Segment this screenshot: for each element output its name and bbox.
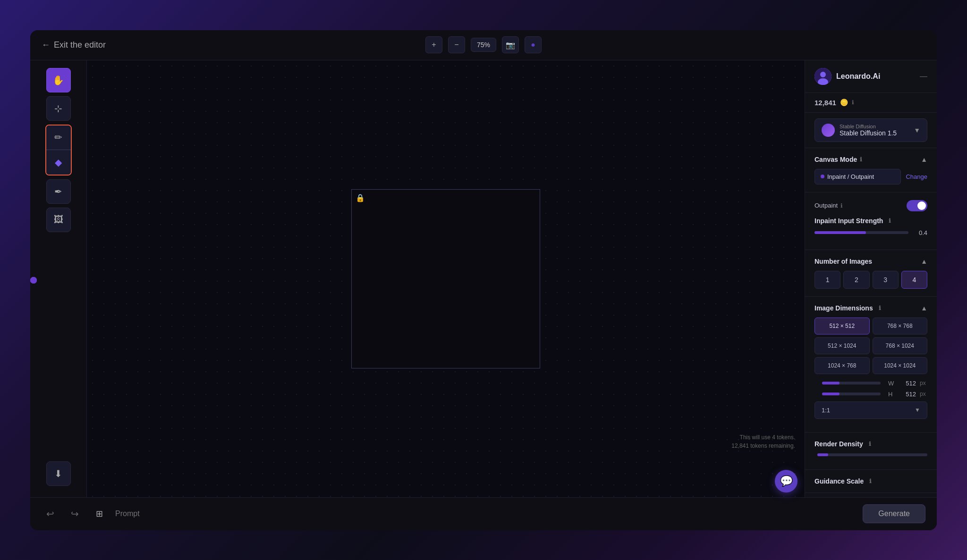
generate-button[interactable]: Generate	[863, 504, 925, 523]
width-slider[interactable]	[822, 382, 881, 384]
canvas-area[interactable]: 🔒 This will use 4 tokens. 12,841 tokens …	[87, 60, 805, 497]
download-icon: ⬇	[54, 468, 62, 479]
token-usage-line2: 12,841 tokens remaining.	[731, 442, 795, 450]
inpaint-strength-fill	[814, 231, 866, 234]
app-window: ← Exit the editor + − 75% 📷 ● ✋	[30, 30, 937, 530]
camera-icon: 📷	[506, 41, 515, 50]
num-images-2[interactable]: 2	[843, 271, 869, 289]
toolbar-bottom: ⬇	[46, 461, 71, 490]
dim-1024x768[interactable]: 1024 × 768	[814, 357, 870, 374]
dim-512x1024[interactable]: 512 × 1024	[814, 337, 870, 354]
undo-button[interactable]: ↩	[42, 505, 59, 522]
prompt-input[interactable]	[115, 510, 855, 518]
inpaint-strength-slider[interactable]	[814, 231, 908, 234]
inpaint-strength-slider-row: 0.4	[814, 229, 927, 236]
select-tool-button[interactable]: ⊹	[46, 96, 71, 121]
dim-768x1024[interactable]: 768 × 1024	[873, 337, 928, 354]
render-density-info-icon[interactable]: ℹ	[869, 441, 871, 447]
canvas-lock-icon: 🔒	[356, 193, 365, 202]
model-chevron-icon: ▼	[914, 126, 920, 134]
model-section: Stable Diffusion Stable Diffusion 1.5 ▼	[805, 113, 937, 148]
redo-icon: ↪	[71, 508, 79, 519]
canvas-mode-content: Inpaint / Outpaint Change	[814, 169, 927, 184]
num-images-3[interactable]: 3	[873, 271, 899, 289]
image-dimensions-header: Image Dimensions ℹ ▲	[814, 304, 927, 312]
render-density-slider[interactable]	[817, 453, 927, 456]
brush-icon: ✏	[54, 132, 62, 143]
height-slider[interactable]	[822, 393, 881, 395]
num-images-collapse-icon[interactable]: ▲	[921, 258, 927, 265]
num-images-title: Number of Images	[814, 258, 872, 265]
inpaint-strength-info-icon[interactable]: ℹ	[889, 217, 891, 224]
main-content: ✋ ⊹ ← ✏ ◆ ✒	[30, 60, 937, 497]
canvas-mode-title: Canvas Mode ℹ	[814, 156, 862, 163]
sidebar-header: Leonardo.Ai —	[805, 60, 937, 93]
image-dimensions-title: Image Dimensions ℹ	[814, 304, 881, 312]
canvas-element: 🔒	[351, 189, 540, 368]
canvas-mode-info-icon[interactable]: ℹ	[860, 156, 862, 163]
aspect-ratio-selector[interactable]: 1:1 ▼	[814, 401, 927, 419]
guidance-scale-section: Guidance Scale ℹ	[805, 470, 937, 493]
redo-button[interactable]: ↪	[66, 505, 83, 522]
num-images-1[interactable]: 1	[814, 271, 840, 289]
token-info: This will use 4 tokens. 12,841 tokens re…	[731, 433, 795, 450]
mode-toggle-button[interactable]: ●	[525, 36, 542, 53]
hand-tool-button[interactable]: ✋	[46, 68, 71, 92]
camera-button[interactable]: 📷	[502, 36, 519, 53]
guidance-scale-info-icon[interactable]: ℹ	[869, 478, 872, 485]
sidebar-close-button[interactable]: —	[920, 72, 927, 81]
user-info: Leonardo.Ai	[814, 68, 880, 85]
render-density-fill	[817, 453, 828, 456]
highlighted-tools-container: ← ✏ ◆	[45, 125, 72, 176]
canvas-mode-collapse-icon[interactable]: ▲	[921, 156, 927, 163]
settings-icon: ⊞	[96, 509, 103, 519]
svg-point-1	[820, 72, 826, 77]
width-value: 512	[899, 380, 916, 387]
outpaint-section: Outpaint ℹ Inpaint Input Strength ℹ 0.4	[805, 192, 937, 250]
outpaint-info-icon[interactable]: ℹ	[840, 202, 843, 209]
width-slider-fill	[822, 382, 840, 384]
chat-bubble-button[interactable]: 💬	[775, 470, 797, 493]
model-text: Stable Diffusion Stable Diffusion 1.5	[840, 124, 909, 137]
model-name: Stable Diffusion 1.5	[840, 129, 909, 137]
eraser-icon: ◆	[55, 157, 62, 168]
model-label: Stable Diffusion	[840, 124, 909, 129]
user-name: Leonardo.Ai	[836, 72, 880, 81]
plus-icon: +	[432, 41, 436, 49]
exit-button[interactable]: ← Exit the editor	[42, 40, 106, 50]
image-dimensions-collapse-icon[interactable]: ▲	[921, 304, 927, 312]
token-icon: 🪙	[840, 99, 848, 106]
outpaint-toggle[interactable]	[907, 200, 927, 211]
token-info-icon[interactable]: ℹ	[852, 99, 854, 106]
model-selector[interactable]: Stable Diffusion Stable Diffusion 1.5 ▼	[814, 118, 927, 142]
pen-tool-button[interactable]: ✒	[46, 179, 71, 204]
right-sidebar: Leonardo.Ai — 12,841 🪙 ℹ Stable Diffusio…	[805, 60, 937, 497]
prompt-settings-button[interactable]: ⊞	[91, 505, 108, 522]
image-tool-button[interactable]: 🖼	[46, 208, 71, 232]
dim-1024x1024[interactable]: 1024 × 1024	[873, 357, 928, 374]
mode-dot	[821, 175, 824, 178]
download-button[interactable]: ⬇	[46, 461, 71, 486]
render-density-section: Render Density ℹ	[805, 433, 937, 470]
chat-icon: 💬	[780, 475, 793, 487]
left-toolbar: ✋ ⊹ ← ✏ ◆ ✒	[30, 60, 87, 497]
width-label: W	[888, 380, 896, 387]
dim-512x512[interactable]: 512 × 512	[814, 318, 870, 334]
dim-768x768[interactable]: 768 × 768	[873, 318, 928, 334]
zoom-out-button[interactable]: −	[448, 36, 465, 53]
image-dimensions-info-icon[interactable]: ℹ	[879, 305, 881, 311]
zoom-in-button[interactable]: +	[425, 36, 442, 53]
aspect-ratio-chevron-icon: ▼	[915, 407, 920, 413]
height-slider-row: H 512 px	[814, 391, 927, 398]
arrow-indicator: ←	[30, 141, 32, 159]
image-icon: 🖼	[54, 214, 63, 225]
num-images-4[interactable]: 4	[901, 271, 927, 289]
change-mode-button[interactable]: Change	[906, 173, 927, 180]
circle-icon: ●	[531, 41, 535, 49]
inpaint-strength-title: Inpaint Input Strength ℹ	[814, 217, 927, 225]
top-bar: ← Exit the editor + − 75% 📷 ●	[30, 30, 937, 60]
user-avatar	[814, 68, 831, 85]
brush-tool-button[interactable]: ✏	[46, 125, 71, 150]
eraser-tool-button[interactable]: ◆	[46, 150, 71, 175]
zoom-controls: + − 75% 📷 ●	[425, 36, 542, 53]
